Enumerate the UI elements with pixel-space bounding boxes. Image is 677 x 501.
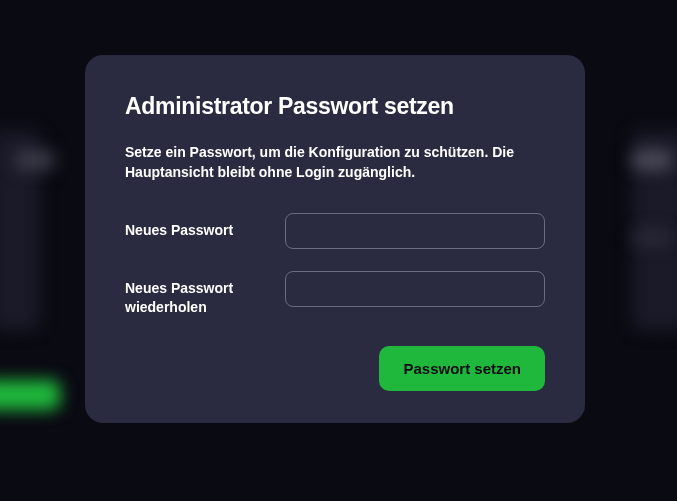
background-card	[632, 150, 672, 170]
modal-title: Administrator Passwort setzen	[125, 93, 545, 120]
form-row-new-password: Neues Passwort	[125, 213, 545, 249]
modal-footer: Passwort setzen	[125, 346, 545, 391]
new-password-input[interactable]	[285, 213, 545, 249]
form-row-repeat-password: Neues Passwort wiederholen	[125, 271, 545, 318]
repeat-password-label: Neues Passwort wiederholen	[125, 271, 285, 318]
set-password-button[interactable]: Passwort setzen	[379, 346, 545, 391]
modal-description: Setze ein Passwort, um die Konfiguration…	[125, 142, 545, 183]
background-accent	[0, 380, 60, 410]
set-password-modal: Administrator Passwort setzen Setze ein …	[85, 55, 585, 423]
new-password-label: Neues Passwort	[125, 213, 285, 241]
background-card	[15, 150, 55, 170]
repeat-password-input[interactable]	[285, 271, 545, 307]
background-card	[632, 230, 672, 245]
